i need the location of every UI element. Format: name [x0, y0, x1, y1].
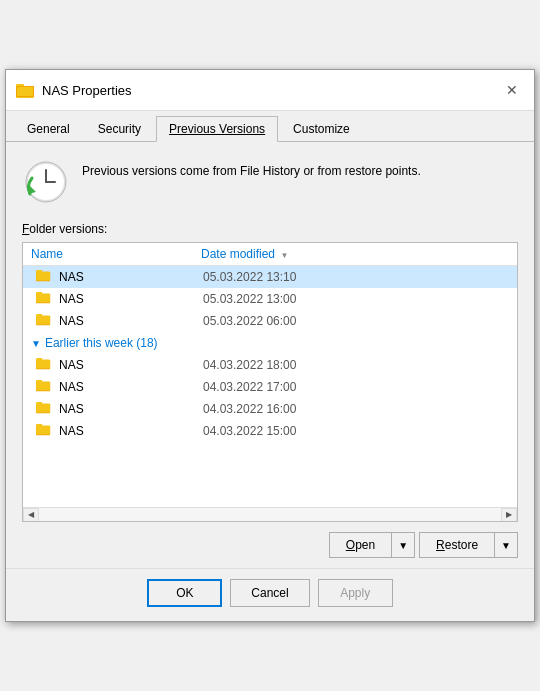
ok-button[interactable]: OK: [147, 579, 222, 607]
versions-table: Name Date modified ▼: [22, 242, 518, 522]
group-chevron-icon: ▼: [31, 338, 41, 349]
scroll-left-button[interactable]: ◀: [23, 508, 39, 522]
cancel-button[interactable]: Cancel: [230, 579, 309, 607]
apply-button[interactable]: Apply: [318, 579, 393, 607]
folder-row-icon: [35, 423, 53, 439]
tab-security[interactable]: Security: [85, 116, 154, 142]
folder-row-icon: [35, 269, 53, 285]
restore-split-button: Restore ▼: [419, 532, 518, 558]
column-name-header[interactable]: Name: [31, 247, 201, 261]
table-row[interactable]: NAS 05.03.2022 06:00: [23, 310, 517, 332]
action-buttons: Open ▼ Restore ▼: [22, 532, 518, 558]
table-row[interactable]: NAS 04.03.2022 17:00: [23, 376, 517, 398]
table-scroll-area[interactable]: NAS 05.03.2022 13:10 NAS 05.03.2022 13:0…: [23, 266, 517, 507]
nas-properties-dialog: NAS Properties ✕ General Security Previo…: [5, 69, 535, 622]
restore-dropdown-button[interactable]: ▼: [495, 532, 518, 558]
title-bar: NAS Properties ✕: [6, 70, 534, 111]
tab-previous-versions[interactable]: Previous Versions: [156, 116, 278, 142]
svg-rect-17: [36, 316, 50, 325]
sort-arrow: ▼: [280, 251, 288, 260]
tabs-bar: General Security Previous Versions Custo…: [6, 111, 534, 142]
svg-rect-29: [36, 426, 50, 435]
open-button[interactable]: Open: [329, 532, 392, 558]
scroll-track[interactable]: [39, 508, 501, 522]
info-section: Previous versions come from File History…: [22, 158, 518, 206]
folder-versions-label: Folder versions:: [22, 222, 518, 236]
info-description: Previous versions come from File History…: [82, 158, 421, 180]
dialog-title: NAS Properties: [42, 83, 132, 98]
table-row[interactable]: NAS 04.03.2022 18:00: [23, 354, 517, 376]
folder-row-icon: [35, 313, 53, 329]
table-row[interactable]: NAS 05.03.2022 13:10: [23, 266, 517, 288]
restore-button[interactable]: Restore: [419, 532, 495, 558]
folder-icon: [16, 82, 36, 98]
open-dropdown-button[interactable]: ▼: [392, 532, 415, 558]
svg-rect-23: [36, 382, 50, 391]
table-row[interactable]: NAS 04.03.2022 16:00: [23, 398, 517, 420]
tab-customize[interactable]: Customize: [280, 116, 363, 142]
svg-rect-3: [17, 87, 33, 96]
folder-row-icon: [35, 291, 53, 307]
dialog-footer: OK Cancel Apply: [6, 568, 534, 621]
folder-row-icon: [35, 401, 53, 417]
svg-rect-11: [36, 272, 50, 281]
close-button[interactable]: ✕: [500, 78, 524, 102]
table-row[interactable]: NAS 04.03.2022 15:00: [23, 420, 517, 442]
file-history-icon: [22, 158, 70, 206]
tab-content: Previous versions come from File History…: [6, 142, 534, 568]
tab-general[interactable]: General: [14, 116, 83, 142]
folder-row-icon: [35, 379, 53, 395]
table-header: Name Date modified ▼: [23, 243, 517, 266]
folder-row-icon: [35, 357, 53, 373]
table-row[interactable]: NAS 05.03.2022 13:00: [23, 288, 517, 310]
svg-rect-26: [36, 404, 50, 413]
svg-rect-20: [36, 360, 50, 369]
group-header[interactable]: ▼ Earlier this week (18): [23, 332, 517, 354]
open-split-button: Open ▼: [329, 532, 415, 558]
scroll-right-button[interactable]: ▶: [501, 508, 517, 522]
column-date-header[interactable]: Date modified ▼: [201, 247, 495, 261]
horizontal-scrollbar[interactable]: ◀ ▶: [23, 507, 517, 521]
svg-rect-14: [36, 294, 50, 303]
title-bar-left: NAS Properties: [16, 82, 132, 98]
